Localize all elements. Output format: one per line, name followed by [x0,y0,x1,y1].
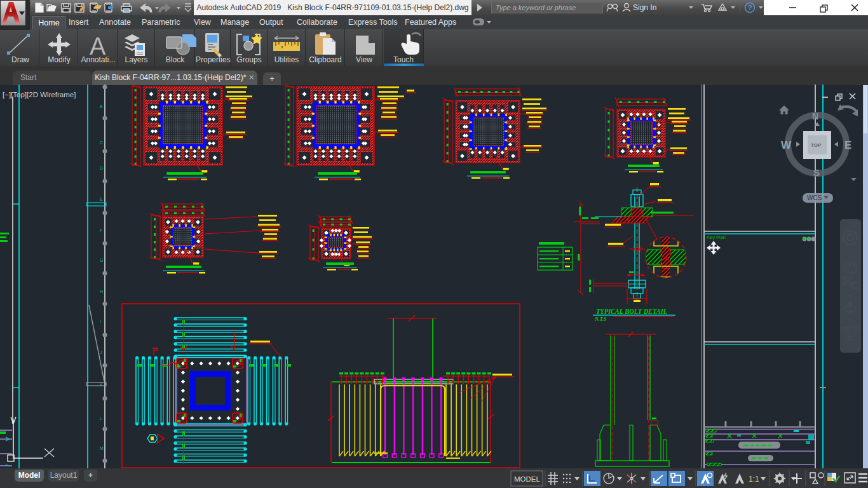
svg-text:D: D [100,166,103,170]
svg-text:W: W [781,139,792,151]
svg-text:WCS: WCS [807,194,822,201]
svg-text:K: K [100,383,103,387]
svg-text:TYPICAL BOLT DETAIL: TYPICAL BOLT DETAIL [596,307,667,316]
svg-text:B: B [100,104,103,109]
svg-text:C: C [100,140,103,145]
svg-text:MODEL: MODEL [514,475,541,483]
svg-text:L: L [100,416,102,421]
svg-text:E: E [844,139,851,151]
svg-text:F: F [100,228,102,233]
svg-text:N: N [812,111,818,121]
svg-text:?: ? [748,4,752,11]
svg-text:G: G [100,258,103,262]
svg-text:J: J [100,350,102,355]
svg-text:H: H [100,289,103,294]
svg-text:N.T.S: N.T.S [594,316,607,322]
svg-text:1:1: 1:1 [749,475,759,484]
svg-text:E: E [100,197,103,201]
svg-text:Sign In: Sign In [633,3,656,12]
svg-text:I: I [100,319,101,323]
svg-text:S: S [813,167,820,178]
svg-text:M: M [100,446,104,451]
svg-text:Key Plan: Key Plan [707,234,726,240]
svg-text:A: A [90,33,106,60]
svg-text:TOP: TOP [811,142,822,148]
